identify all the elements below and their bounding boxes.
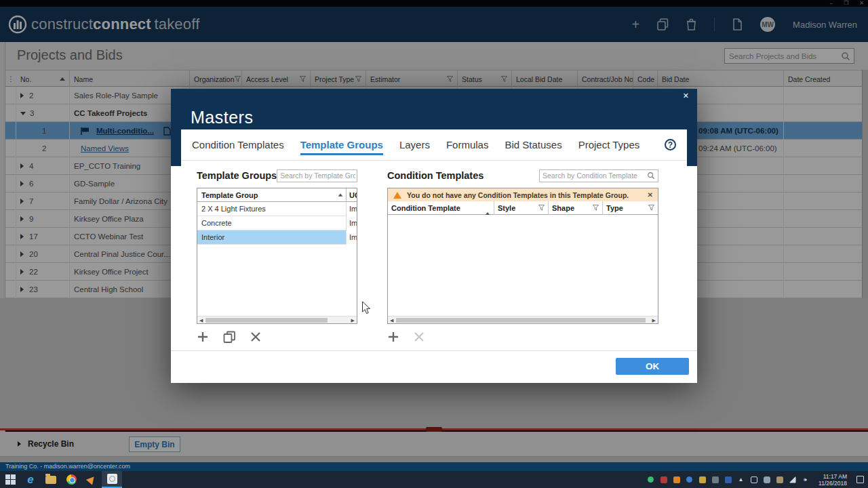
tray-green-icon[interactable]	[647, 476, 654, 483]
scroll-right-icon[interactable]: ▶	[652, 318, 656, 323]
modal-footer-divider	[171, 350, 697, 351]
uom-column-header[interactable]: UO	[346, 188, 357, 202]
taskbar-oncenter[interactable]	[81, 471, 102, 488]
column-header-type[interactable]: Type	[603, 201, 658, 215]
template-group-name: 2 X 4 Light Fixtures	[197, 205, 346, 213]
windows-icon	[5, 474, 16, 485]
template-group-search-box	[277, 169, 357, 182]
network-icon[interactable]	[789, 476, 796, 483]
chrome-icon	[66, 474, 77, 485]
tray-orange-icon[interactable]	[673, 476, 680, 483]
help-icon[interactable]: ?	[665, 139, 676, 150]
tab-bid-statuses[interactable]: Bid Statuses	[505, 135, 561, 155]
taskbar-chrome[interactable]	[61, 471, 81, 488]
sort-asc-icon	[485, 204, 490, 212]
condition-templates-title: Condition Templates	[387, 170, 484, 181]
tab-template-groups[interactable]: Template Groups	[300, 135, 383, 155]
tray-blue-icon[interactable]	[686, 476, 693, 483]
speaker-icon[interactable]: 🕪	[802, 476, 809, 483]
warning-text: You do not have any Condition Templates …	[407, 191, 629, 199]
template-group-name: Concrete	[197, 219, 346, 227]
template-group-row[interactable]: InteriorIm	[197, 230, 357, 245]
status-text: Training Co. - madison.warren@oncenter.c…	[5, 463, 130, 470]
filter-icon[interactable]	[648, 204, 654, 212]
template-group-row[interactable]: ConcreteIm	[197, 216, 357, 230]
condition-templates-grid-header: Condition TemplateStyleShapeType	[388, 201, 658, 215]
ok-button[interactable]: OK	[616, 358, 689, 375]
masters-dialog: Masters ✕ Condition TemplatesTemplate Gr…	[171, 89, 697, 383]
template-groups-panel: Template Groups Template Group UO 2 X 4 …	[197, 167, 357, 343]
scroll-thumb[interactable]	[396, 318, 646, 323]
template-group-search-input[interactable]	[277, 171, 357, 180]
folder-icon	[45, 476, 56, 484]
masters-tabs: Condition TemplatesTemplate GroupsLayers…	[181, 129, 687, 161]
template-groups-rows: 2 X 4 Light FixturesImConcreteImInterior…	[197, 202, 357, 245]
tray-overflow-icon[interactable]: ▲	[737, 476, 745, 483]
duplicate-template-group-icon[interactable]	[223, 331, 236, 343]
action-center-icon[interactable]	[856, 476, 864, 483]
delete-template-group-icon[interactable]	[250, 331, 261, 342]
filter-icon[interactable]	[593, 204, 599, 212]
tray-red-icon[interactable]	[660, 476, 667, 483]
taskbar-takeoff-active[interactable]	[102, 471, 122, 488]
filter-icon[interactable]	[538, 204, 545, 212]
tray-chat-icon[interactable]	[763, 476, 770, 483]
column-label: Shape	[552, 204, 574, 212]
condition-templates-grid: You do not have any Condition Templates …	[387, 188, 658, 324]
tray-window-icon[interactable]	[750, 476, 757, 483]
scroll-right-icon[interactable]: ▶	[351, 318, 355, 323]
column-header-shape[interactable]: Shape	[549, 201, 603, 215]
template-group-uom: Im	[346, 202, 357, 216]
column-header-condition-template[interactable]: Condition Template	[388, 201, 494, 215]
template-groups-toolbar	[197, 331, 357, 343]
taskbar-explorer[interactable]	[41, 471, 61, 488]
start-button[interactable]	[0, 471, 20, 488]
column-label: Condition Template	[391, 204, 460, 212]
taskbar-edge[interactable]: e	[20, 471, 41, 488]
scroll-left-icon[interactable]: ◀	[199, 318, 203, 323]
tray-word-icon[interactable]	[724, 476, 732, 483]
status-bar: Training Co. - madison.warren@oncenter.c…	[0, 462, 868, 471]
column-label: Style	[498, 204, 515, 212]
tab-project-types[interactable]: Project Types	[578, 135, 640, 155]
column-header-style[interactable]: Style	[494, 201, 549, 215]
template-group-row[interactable]: 2 X 4 Light FixturesIm	[197, 202, 357, 216]
warning-banner: You do not have any Condition Templates …	[388, 188, 658, 201]
scroll-left-icon[interactable]: ◀	[390, 318, 393, 323]
tab-layers[interactable]: Layers	[399, 135, 430, 155]
taskbar-clock[interactable]: 11:17 AM 11/26/2018	[818, 473, 847, 487]
screen: – ❐ ✕ constructconnect takeoff + MW Madi…	[0, 0, 868, 488]
condition-templates-hscrollbar[interactable]: ◀ ▶	[388, 316, 658, 323]
condition-templates-toolbar	[387, 331, 658, 343]
masters-close-icon[interactable]: ✕	[683, 92, 689, 100]
masters-content-card: Condition TemplatesTemplate GroupsLayers…	[181, 129, 687, 351]
warning-close-icon[interactable]: ✕	[648, 191, 653, 199]
add-condition-template-icon[interactable]	[387, 331, 399, 343]
template-group-name: Interior	[197, 233, 346, 241]
template-groups-grid: Template Group UO 2 X 4 Light FixturesIm…	[197, 188, 357, 324]
scroll-thumb[interactable]	[205, 318, 328, 323]
condition-template-search-box	[539, 169, 658, 182]
clock-time: 11:17 AM	[818, 473, 847, 480]
tray-folder-icon[interactable]	[776, 476, 783, 483]
tab-formulas[interactable]: Formulas	[446, 135, 489, 155]
condition-template-search-input[interactable]	[540, 171, 647, 180]
system-tray: ▲ 🕪 11:17 AM 11/26/2018	[647, 473, 864, 487]
warning-icon	[393, 192, 401, 199]
template-group-column-header[interactable]: Template Group	[201, 191, 258, 199]
tab-condition-templates[interactable]: Condition Templates	[192, 135, 284, 155]
taskbar: e ▲ 🕪 11:17 AM 11/26/2018	[0, 471, 868, 488]
column-label: Type	[606, 204, 623, 212]
sort-asc-icon	[338, 193, 343, 196]
tray-gray-icon[interactable]	[711, 476, 719, 483]
search-icon	[647, 171, 655, 180]
add-template-group-icon[interactable]	[197, 331, 209, 343]
delete-condition-template-icon-disabled	[414, 331, 425, 342]
takeoff-app-icon	[107, 474, 117, 484]
template-groups-title: Template Groups	[197, 170, 277, 181]
mouse-cursor	[361, 301, 371, 314]
tray-gold-icon[interactable]	[698, 476, 706, 483]
oncenter-icon	[86, 474, 97, 485]
template-groups-grid-header: Template Group UO	[197, 188, 357, 202]
template-groups-hscrollbar[interactable]: ◀ ▶	[197, 316, 357, 323]
